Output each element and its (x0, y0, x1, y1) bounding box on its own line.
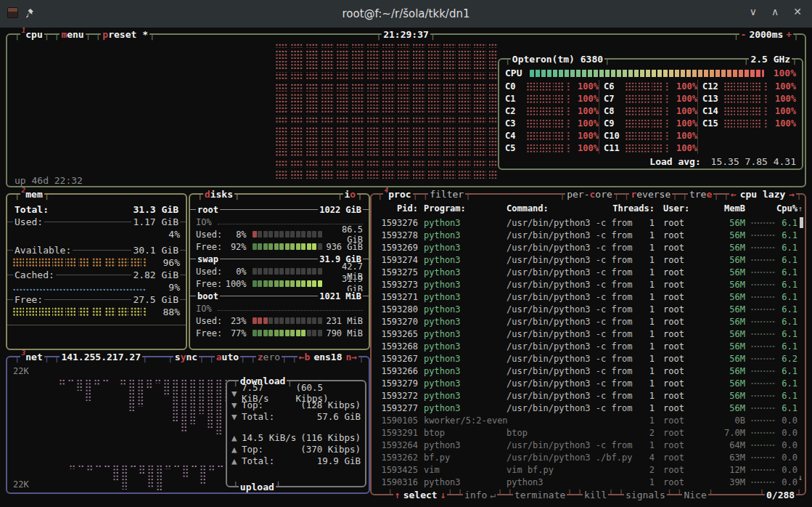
proc-row[interactable]: 1593264python3/usr/bin/python3 -c from1r… (377, 439, 799, 451)
proc-row[interactable]: 1593267python3/usr/bin/python3 -c from1r… (377, 352, 799, 365)
proc-threads: 1 (636, 329, 655, 339)
close-button[interactable]: ✕ (793, 6, 802, 17)
disks-tab[interactable]: disks (197, 189, 240, 200)
disk-usage-value: 231 MiB (322, 316, 363, 326)
core-value: 100% (574, 131, 599, 141)
proc-row[interactable]: 1593272python3/usr/bin/python3 -c from1r… (377, 389, 799, 402)
minimize-button[interactable]: ∨ (750, 6, 757, 17)
net-stat-label: Total: (242, 455, 274, 466)
proc-row[interactable]: 1593291btopbtop2root7.0M0.0 (377, 426, 799, 439)
col-mem[interactable]: MemB (705, 203, 745, 214)
net-stats-spacer (231, 422, 361, 431)
net-graph-column (113, 465, 119, 481)
mem-tab[interactable]: 2mem (15, 189, 50, 200)
zero-button[interactable]: zero (250, 352, 287, 362)
proc-row[interactable]: 1590105kworker/5:2-even1root0B0.0 (377, 414, 799, 426)
core-row: C8100% (604, 105, 697, 117)
proc-row[interactable]: 1593271python3/usr/bin/python3 -c from1r… (377, 291, 799, 303)
net-tab[interactable]: 3net (15, 352, 50, 362)
preset-button[interactable]: preset * (96, 29, 155, 40)
proc-row[interactable]: 1593274python3/usr/bin/python3 -c from1r… (377, 254, 799, 266)
disk-usage-value: 936 GiB (322, 242, 363, 252)
proc-program: python3 (418, 354, 507, 364)
proc-row[interactable]: 1593279python3/usr/bin/python3 -c from1r… (377, 377, 799, 389)
proc-row[interactable]: 1593280python3/usr/bin/python3 -c from1r… (377, 303, 799, 315)
load-average-label: Load avg: (649, 156, 700, 167)
sync-button[interactable]: sync (168, 352, 205, 362)
proc-program: bf.py (418, 453, 507, 463)
core-value: 100% (673, 118, 697, 129)
meter-block (296, 243, 300, 250)
proc-row[interactable]: 1593269python3/usr/bin/python3 -c from1r… (377, 241, 799, 254)
proc-cpu: 6.1 (776, 317, 797, 327)
meter-block (290, 280, 295, 287)
filter-button[interactable]: filter (422, 189, 471, 200)
proc-cpu: 0.0 (776, 477, 797, 487)
rate-plus-button[interactable]: + (786, 29, 792, 40)
sort-label: cpu lazy (737, 189, 790, 200)
scroll-down-arrow[interactable]: ↓ (797, 473, 803, 482)
iface-next-button[interactable]: n→ (346, 352, 358, 362)
per-core-button[interactable]: per-core (559, 189, 619, 200)
proc-row[interactable]: 1593278python3/usr/bin/python3 -c from1r… (377, 229, 799, 241)
net-stat-arrow: ▼ (231, 399, 242, 410)
proc-row[interactable]: 1593265python3/usr/bin/python3 -c from1r… (377, 328, 799, 340)
iface-prev-button[interactable]: ←b (299, 352, 311, 362)
disk-size: 1021 MiB (318, 291, 363, 301)
col-pid[interactable]: Pid: (377, 203, 418, 214)
proc-row[interactable]: 1593277python3/usr/bin/python3 -c from1r… (377, 402, 799, 414)
core-label: C0 (505, 81, 527, 92)
upload-title-label: upload (240, 482, 274, 492)
info-hint[interactable]: info↵ (457, 490, 503, 500)
tree-button[interactable]: tree (682, 189, 719, 200)
proc-row[interactable]: 1593273python3/usr/bin/python3 -c from1r… (377, 278, 799, 291)
proc-row[interactable]: 1593425vimvim bf.py2root12M0.0 (377, 463, 799, 476)
col-program[interactable]: Program: (418, 203, 507, 214)
core-meter (724, 82, 767, 91)
col-cpu[interactable]: Cpu% (776, 203, 797, 214)
col-command[interactable]: Command: (507, 203, 608, 214)
proc-cpu: 6.1 (776, 403, 797, 413)
signals-hint[interactable]: signals (618, 490, 672, 500)
auto-button[interactable]: auto (209, 352, 246, 362)
core-meter (527, 144, 570, 153)
proc-command: btop (507, 428, 636, 438)
proc-mem: 56M (705, 280, 745, 290)
sort-next-button[interactable]: → (789, 189, 795, 200)
sort-prev-button[interactable]: ← (731, 189, 737, 200)
menu-button[interactable]: menu (54, 29, 91, 40)
proc-row[interactable]: 1593275python3/usr/bin/python3 -c from1r… (377, 266, 799, 278)
cpu-tab[interactable]: 1cpu (15, 29, 50, 40)
load-average-value: 15.35 7.85 4.31 (707, 156, 796, 167)
terminate-hint[interactable]: terminate (507, 490, 573, 500)
proc-user: root (655, 341, 705, 352)
col-user[interactable]: User: (655, 203, 705, 214)
nice-hint[interactable]: Nice (677, 490, 714, 500)
scroll-up-arrow[interactable]: ↑ (797, 204, 803, 214)
proc-row[interactable]: 1593276python3/usr/bin/python3 -c from1r… (377, 216, 799, 229)
proc-program: vim (418, 465, 507, 475)
proc-mem-graph (751, 282, 776, 288)
io-key-o: o (350, 189, 356, 200)
meter-block (268, 268, 273, 275)
proc-user: root (655, 453, 705, 463)
col-threads[interactable]: Threads: (608, 203, 655, 214)
proc-row[interactable]: 1593270python3/usr/bin/python3 -c from1r… (377, 315, 799, 328)
reverse-button[interactable]: reverse (624, 189, 678, 200)
pin-icon[interactable] (25, 8, 35, 18)
proc-row[interactable]: 1590316python3python31root39M0.0 (377, 476, 799, 488)
proc-row[interactable]: 1593262bf.py/usr/bin/python3 ./bf.py4roo… (377, 451, 799, 463)
proc-user: root (655, 415, 705, 426)
scrollbar-thumb[interactable] (800, 217, 803, 228)
meter-block (263, 243, 268, 250)
cpu-tab-label: cpu (25, 29, 42, 40)
proc-row[interactable]: 1593268python3/usr/bin/python3 -c from1r… (377, 340, 799, 352)
proc-mem-graph (751, 356, 776, 362)
select-hint[interactable]: ↑select↓ (387, 490, 453, 500)
proc-row[interactable]: 1593266python3/usr/bin/python3 -c from1r… (377, 365, 799, 377)
kill-hint[interactable]: kill (577, 490, 614, 500)
proc-program: python3 (418, 230, 507, 240)
proc-tab[interactable]: 4proc (377, 189, 418, 200)
maximize-button[interactable]: ∧ (771, 6, 779, 17)
io-mode-button[interactable]: io (337, 189, 363, 200)
